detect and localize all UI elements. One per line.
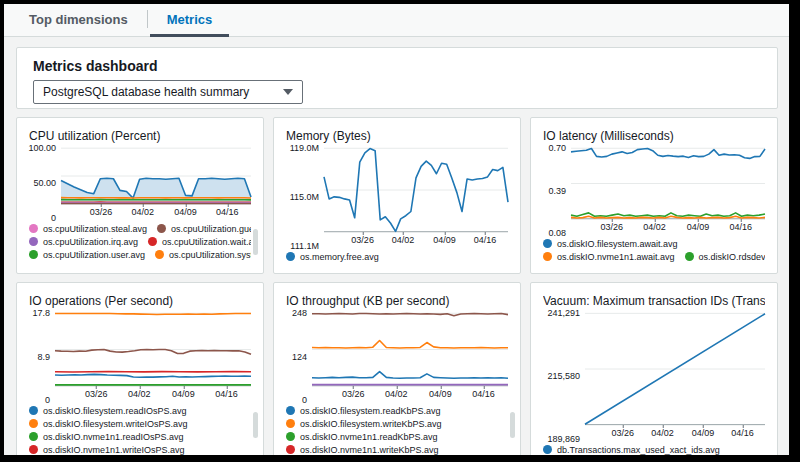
tab-top-dimensions[interactable]: Top dimensions bbox=[12, 3, 145, 37]
x-tick-label: 04/02 bbox=[385, 389, 408, 399]
tab-metrics[interactable]: Metrics bbox=[150, 3, 230, 37]
legend-item[interactable]: os.cpuUtilization.system.avg bbox=[155, 250, 251, 260]
legend-color-dot bbox=[29, 224, 38, 233]
legend-label: os.cpuUtilization.irq.avg bbox=[43, 237, 138, 247]
x-tick-label: 04/09 bbox=[172, 389, 195, 399]
y-tick-label: 241,291 bbox=[547, 308, 580, 318]
chart-title: Memory (Bytes) bbox=[286, 128, 508, 144]
chart-title: IO throughput (KB per second) bbox=[286, 293, 508, 309]
y-tick-label: 8.9 bbox=[37, 352, 50, 362]
chart-body: 119.0M115.0M111.1M 03/2604/0204/0904/16 bbox=[286, 148, 508, 246]
legend-color-dot bbox=[29, 406, 38, 415]
legend-label: os.diskIO.nvme1n1.readKbPS.avg bbox=[300, 432, 438, 442]
legend-item[interactable]: os.diskIO.nvme1n1.writeKbPS.avg bbox=[286, 445, 439, 455]
y-tick-label: 50.00 bbox=[33, 178, 56, 188]
legend-item[interactable]: os.diskIO.filesystem.await.avg bbox=[543, 239, 678, 249]
legend-item[interactable]: os.cpuUtilization.user.avg bbox=[29, 250, 145, 260]
chart-legend: os.diskIO.filesystem.readKbPS.avgos.disk… bbox=[286, 400, 508, 455]
y-tick-label: 124 bbox=[292, 352, 307, 362]
y-tick-label: 0.08 bbox=[548, 228, 566, 238]
x-axis-labels: 03/2604/0204/0904/16 bbox=[324, 232, 508, 246]
chart-svg bbox=[312, 313, 508, 386]
legend-item[interactable]: os.cpuUtilization.steal.avg bbox=[29, 224, 147, 234]
chart-card-io-throughput: IO throughput (KB per second) 2481240 03… bbox=[273, 282, 521, 455]
legend-label: os.diskIO.nvme1n1.writeIOsPS.avg bbox=[43, 445, 185, 455]
x-tick-label: 04/09 bbox=[429, 389, 452, 399]
legend-color-dot bbox=[543, 252, 552, 261]
y-axis-labels: 119.0M115.0M111.1M bbox=[286, 148, 324, 246]
legend-item[interactable]: os.diskIO.filesystem.writeKbPS.avg bbox=[286, 419, 442, 429]
legend-label: os.diskIO.filesystem.await.avg bbox=[557, 239, 678, 249]
x-tick-label: 04/02 bbox=[128, 389, 151, 399]
x-tick-label: 04/09 bbox=[687, 222, 710, 232]
chart-title: IO operations (Per second) bbox=[29, 293, 251, 309]
legend-label: os.diskIO.filesystem.writeKbPS.avg bbox=[300, 419, 442, 429]
legend-label: os.diskIO.rdsdev.await.avg bbox=[699, 252, 765, 262]
dashboard-selector[interactable]: PostgreSQL database health summary bbox=[33, 80, 303, 104]
legend-item[interactable]: os.diskIO.nvme1n1.readKbPS.avg bbox=[286, 432, 438, 442]
legend-label: os.diskIO.nvme1n1.readIOsPS.avg bbox=[43, 432, 184, 442]
legend-item[interactable]: os.cpuUtilization.irq.avg bbox=[29, 237, 138, 247]
legend-color-dot bbox=[29, 237, 38, 246]
legend-scrollbar[interactable] bbox=[253, 412, 258, 438]
y-tick-label: 17.8 bbox=[32, 308, 50, 318]
plot-wrap: 03/2604/0204/0904/16 bbox=[324, 148, 508, 246]
legend-item[interactable]: os.diskIO.filesystem.readIOsPS.avg bbox=[29, 406, 187, 416]
plot-area bbox=[55, 313, 251, 386]
x-tick-label: 04/09 bbox=[692, 428, 715, 438]
y-tick-label: 111.1M bbox=[290, 241, 319, 251]
y-axis-labels: 100.0050.000 bbox=[29, 148, 61, 218]
legend-row: os.diskIO.nvme1n1.readKbPS.avg bbox=[286, 430, 508, 443]
legend-scrollbar[interactable] bbox=[510, 412, 515, 438]
legend-row: os.diskIO.nvme1n1.readIOsPS.avg bbox=[29, 430, 251, 443]
y-axis-labels: 2481240 bbox=[286, 313, 312, 400]
chart-card-cpu-utilization: CPU utilization (Percent) 100.0050.000 0… bbox=[16, 117, 264, 274]
x-axis-labels: 03/2604/0204/0904/16 bbox=[55, 386, 251, 400]
series-line-os.diskIO.filesystem.readIOsPS.avg bbox=[55, 374, 251, 377]
plot-area bbox=[585, 313, 765, 425]
legend-row: os.diskIO.filesystem.await.avg bbox=[543, 237, 765, 250]
x-tick-label: 03/26 bbox=[342, 389, 365, 399]
x-tick-label: 04/02 bbox=[392, 235, 415, 245]
tab-divider bbox=[147, 10, 148, 28]
legend-item[interactable]: os.diskIO.rdsdev.await.avg bbox=[685, 252, 765, 262]
legend-color-dot bbox=[157, 224, 166, 233]
chart-title: IO latency (Milliseconds) bbox=[543, 128, 765, 144]
panel-title: Metrics dashboard bbox=[33, 58, 761, 74]
x-tick-label: 04/02 bbox=[131, 207, 154, 217]
legend-label: os.cpuUtilization.steal.avg bbox=[43, 224, 147, 234]
legend-item[interactable]: os.diskIO.nvme1n1.await.avg bbox=[543, 252, 675, 262]
x-tick-label: 04/09 bbox=[433, 235, 456, 245]
chart-legend: os.cpuUtilization.steal.avgos.cpuUtiliza… bbox=[29, 218, 251, 263]
legend-item[interactable]: os.cpuUtilization.guest.avg bbox=[157, 224, 251, 234]
legend-item[interactable]: os.diskIO.nvme1n1.readIOsPS.avg bbox=[29, 432, 184, 442]
x-axis-labels: 03/2604/0204/0904/16 bbox=[312, 386, 508, 400]
legend-item[interactable]: os.cpuUtilization.wait.avg bbox=[148, 237, 251, 247]
legend-row: os.diskIO.filesystem.writeKbPS.avg bbox=[286, 417, 508, 430]
legend-item[interactable]: db.Transactions.max_used_xact_ids.avg bbox=[543, 445, 720, 455]
chart-svg bbox=[571, 148, 765, 219]
legend-label: os.cpuUtilization.system.avg bbox=[169, 250, 251, 260]
y-tick-label: 100.00 bbox=[28, 143, 56, 153]
legend-item[interactable]: os.diskIO.nvme1n1.writeIOsPS.avg bbox=[29, 445, 185, 455]
plot-area bbox=[571, 148, 765, 219]
x-tick-label: 03/26 bbox=[612, 428, 635, 438]
x-tick-label: 03/26 bbox=[351, 235, 374, 245]
legend-color-dot bbox=[155, 250, 164, 259]
legend-item[interactable]: os.cpuUtilization.nice.avg bbox=[29, 263, 145, 264]
legend-color-dot bbox=[286, 419, 295, 428]
chart-title: CPU utilization (Percent) bbox=[29, 128, 251, 144]
legend-label: os.diskIO.filesystem.writeIOsPS.avg bbox=[43, 419, 188, 429]
legend-color-dot bbox=[29, 250, 38, 259]
legend-item[interactable]: os.memory.free.avg bbox=[286, 252, 379, 262]
legend-item[interactable]: os.diskIO.filesystem.readKbPS.avg bbox=[286, 406, 441, 416]
legend-item[interactable]: os.diskIO.filesystem.writeIOsPS.avg bbox=[29, 419, 188, 429]
legend-scrollbar[interactable] bbox=[253, 229, 258, 255]
chart-body: 0.700.390.08 03/2604/0204/0904/16 bbox=[543, 148, 765, 233]
legend-row: os.diskIO.nvme1n1.writeIOsPS.avg bbox=[29, 443, 251, 455]
legend-row: os.cpuUtilization.steal.avgos.cpuUtiliza… bbox=[29, 222, 251, 235]
series-line-os.diskIO.filesystem.writeKbPS.avg bbox=[312, 340, 508, 348]
plot-wrap: 03/2604/0204/0904/16 bbox=[55, 313, 251, 400]
y-tick-label: 0 bbox=[45, 395, 50, 405]
chart-card-io-operations: IO operations (Per second) 17.88.90 03/2… bbox=[16, 282, 264, 455]
